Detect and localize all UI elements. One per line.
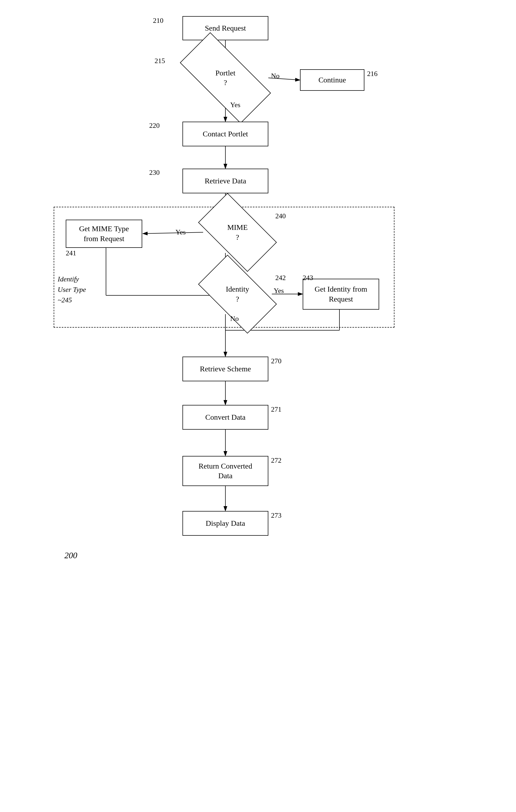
retrieve-scheme-box: Retrieve Scheme [182,356,268,381]
get-mime-label: Get MIME Typefrom Request [79,224,129,243]
retrieve-data-label: Retrieve Data [205,176,246,186]
display-data-label: Display Data [206,519,245,528]
contact-portlet-box: Contact Portlet [182,122,268,146]
ref-210: 210 [153,17,163,25]
get-mime-box: Get MIME Typefrom Request [66,220,142,248]
ref-273: 273 [271,512,281,520]
yes-identity-label: Yes [274,287,284,295]
mime-diamond-label: MIME? [227,223,248,242]
portlet-diamond: Portlet? [182,56,268,99]
ref-215: 215 [155,57,165,65]
ref-230: 230 [149,169,160,177]
no-portlet-label: No [271,72,280,80]
send-request-label: Send Request [205,23,246,33]
ref-270: 270 [271,357,281,365]
ref-240: 240 [275,212,286,220]
get-identity-label: Get Identity fromRequest [315,284,367,304]
ref-216: 216 [367,70,377,78]
get-identity-box: Get Identity fromRequest [303,279,379,310]
return-converted-label: Return ConvertedData [199,461,252,481]
ref-241: 241 [66,249,76,257]
continue-label: Continue [318,75,346,85]
flowchart: Send Request 210 Portlet? 215 Yes No Con… [0,0,516,812]
ref-242: 242 [275,274,286,282]
portlet-diamond-label: Portlet? [215,68,236,88]
ref-220: 220 [149,122,160,130]
ref-271: 271 [271,405,281,413]
ref-243: 243 [303,274,313,282]
yes-portlet-label: Yes [230,101,240,109]
convert-data-box: Convert Data [182,405,268,430]
display-data-box: Display Data [182,511,268,536]
identity-diamond-label: Identity? [226,284,249,304]
identify-user-type-label: IdentifyUser Type~245 [58,274,86,305]
yes-mime-label: Yes [176,228,186,236]
no-identity-label: No [230,315,239,323]
convert-data-label: Convert Data [205,412,245,422]
mime-diamond: MIME? [203,211,272,253]
contact-portlet-label: Contact Portlet [203,129,248,139]
continue-box: Continue [300,69,364,91]
figure-label: 200 [64,550,77,560]
retrieve-scheme-label: Retrieve Scheme [200,364,251,374]
retrieve-data-box: Retrieve Data [182,169,268,193]
return-converted-box: Return ConvertedData [182,456,268,486]
send-request-box: Send Request [182,16,268,40]
identity-diamond: Identity? [203,273,272,315]
ref-272: 272 [271,457,281,465]
